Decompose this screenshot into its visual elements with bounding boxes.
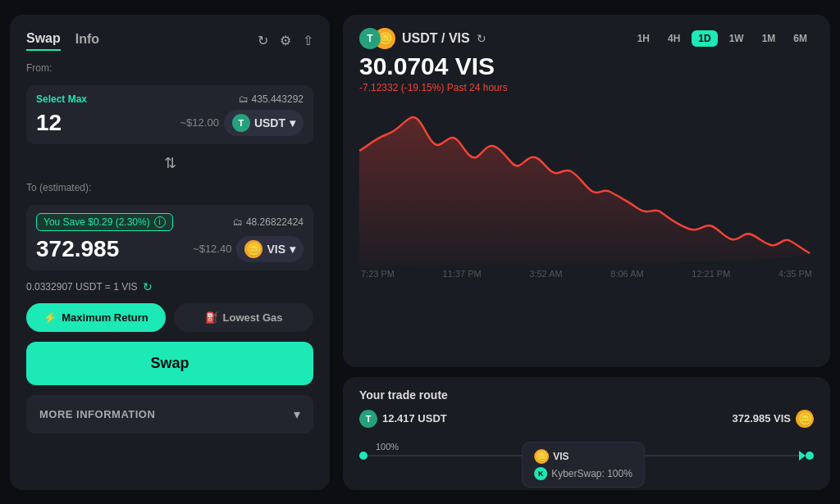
more-information-label: MORE INFORMATION — [39, 408, 155, 420]
route-to-amount: 372.985 VIS — [732, 412, 791, 425]
route-visual: T 12.417 USDT 372.985 VIS 🪙 100% � — [359, 410, 814, 479]
rate-refresh-icon[interactable]: ↻ — [143, 280, 153, 293]
from-token-selector[interactable]: T USDT ▾ — [224, 110, 304, 136]
pair-icons: T 🪙 — [359, 28, 395, 49]
route-card-vis-icon: 🪙 — [534, 449, 549, 464]
time-1m[interactable]: 1M — [756, 30, 783, 47]
chart-time-labels: 7:23 PM 11:37 PM 3:52 AM 8:06 AM 12:21 P… — [359, 269, 814, 279]
swap-direction-button[interactable]: ⇅ — [26, 154, 313, 172]
to-token-row: ~$12.40 🪙 VIS ▾ — [193, 236, 304, 262]
time-6m[interactable]: 6M — [787, 30, 814, 47]
route-from-amount: 12.417 USDT — [382, 412, 447, 425]
usdt-icon: T — [232, 114, 250, 132]
refresh-icon[interactable]: ↻ — [258, 33, 268, 48]
from-input-box: Select Max 🗂 435.443292 12 ~$12.00 T USD… — [26, 85, 313, 144]
chevron-down-icon-to: ▾ — [290, 243, 295, 256]
pair-label: USDT / VIS — [402, 31, 470, 46]
wallet-icon: 🗂 — [239, 93, 249, 105]
route-card: 🪙 VIS K KyberSwap: 100% — [522, 442, 645, 488]
time-label-1: 7:23 PM — [361, 269, 395, 279]
route-line: 100% 🪙 VIS K KyberSwap: 100% — [368, 455, 799, 456]
from-label: From: — [26, 62, 313, 74]
chart-svg — [359, 102, 814, 266]
chevron-down-icon-more: ▾ — [294, 406, 300, 422]
route-card-token: 🪙 VIS — [534, 449, 632, 464]
price-change: -7.12332 (-19.15%) Past 24 hours — [359, 82, 814, 93]
price-chart — [359, 102, 814, 266]
from-token-row: ~$12.00 T USDT ▾ — [180, 110, 304, 136]
wallet-icon-to: 🗂 — [233, 216, 243, 228]
trade-route-section: Your trade route T 12.417 USDT 372.985 V… — [343, 377, 830, 490]
from-amount[interactable]: 12 — [36, 110, 62, 136]
to-label: To (estimated): — [26, 182, 313, 193]
route-to: 372.985 VIS 🪙 — [732, 410, 814, 428]
trade-route-title: Your trade route — [359, 388, 814, 402]
to-balance: 🗂 48.26822424 — [233, 216, 304, 228]
route-from: T 12.417 USDT — [359, 410, 447, 428]
swap-panel: Swap Info ↻ ⚙ ⇧ From: Select Max 🗂 435.4… — [10, 15, 330, 490]
rate-label: 0.0332907 USDT = 1 VIS — [26, 281, 138, 293]
time-label-3: 3:52 AM — [529, 269, 562, 279]
route-arrow-icon — [799, 451, 806, 461]
route-percent: 100% — [376, 442, 399, 452]
from-balance: 🗂 435.443292 — [239, 93, 304, 105]
time-filters: 1H 4H 1D 1W 1M 6M — [631, 30, 814, 47]
pair-refresh-icon[interactable]: ↻ — [477, 32, 486, 45]
vis-icon: 🪙 — [244, 240, 262, 258]
usdt-pair-icon: T — [359, 28, 381, 49]
time-1w[interactable]: 1W — [723, 30, 751, 47]
route-via-dex: KyberSwap: 100% — [551, 468, 632, 479]
time-label-4: 8:06 AM — [610, 269, 643, 279]
kyberswap-icon: K — [534, 467, 547, 480]
route-start-dot — [359, 452, 368, 460]
tab-swap[interactable]: Swap — [26, 31, 61, 51]
route-usdt-icon: T — [359, 410, 377, 428]
rate-row: 0.0332907 USDT = 1 VIS ↻ — [26, 280, 313, 293]
time-1d[interactable]: 1D — [692, 30, 717, 47]
save-badge: You Save $0.29 (2.30%) i — [36, 213, 173, 231]
time-label-5: 12:21 PM — [692, 269, 730, 279]
to-input-box: You Save $0.29 (2.30%) i 🗂 48.26822424 3… — [26, 205, 313, 270]
time-label-2: 11:37 PM — [443, 269, 482, 279]
chart-section: T 🪙 USDT / VIS ↻ 1H 4H 1D 1W 1M 6M 30.07… — [343, 15, 830, 367]
chart-panel: T 🪙 USDT / VIS ↻ 1H 4H 1D 1W 1M 6M 30.07… — [343, 15, 830, 490]
route-vis-icon: 🪙 — [796, 410, 814, 428]
from-usd-equiv: ~$12.00 — [180, 116, 219, 129]
main-container: Swap Info ↻ ⚙ ⇧ From: Select Max 🗂 435.4… — [10, 15, 830, 490]
time-4h[interactable]: 4H — [661, 30, 687, 47]
route-card-dex: K KyberSwap: 100% — [534, 467, 632, 480]
time-label-6: 4:35 PM — [778, 269, 812, 279]
route-buttons: ⚡ Maximum Return ⛽ Lowest Gas — [26, 303, 313, 332]
to-amount: 372.985 — [36, 236, 119, 262]
current-price: 30.0704 VIS — [359, 52, 814, 80]
time-1h[interactable]: 1H — [631, 30, 656, 47]
to-usd-equiv: ~$12.40 — [193, 243, 231, 255]
chart-header: T 🪙 USDT / VIS ↻ 1H 4H 1D 1W 1M 6M — [359, 28, 814, 49]
lightning-icon: ⚡ — [43, 311, 57, 324]
tab-actions: ↻ ⚙ ⇧ — [258, 33, 313, 48]
settings-icon[interactable]: ⚙ — [280, 33, 291, 48]
swap-arrows-icon: ⇅ — [164, 155, 176, 171]
more-information-row[interactable]: MORE INFORMATION ▾ — [26, 395, 313, 434]
tabs-row: Swap Info ↻ ⚙ ⇧ — [26, 31, 313, 51]
to-token-label: VIS — [267, 243, 285, 256]
route-end-dot — [806, 452, 814, 460]
route-top: T 12.417 USDT 372.985 VIS 🪙 — [359, 410, 814, 428]
tab-info[interactable]: Info — [75, 32, 99, 50]
save-label: You Save $0.29 (2.30%) — [43, 216, 150, 228]
select-max-button[interactable]: Select Max — [36, 93, 87, 105]
swap-button[interactable]: Swap — [26, 342, 313, 385]
share-icon[interactable]: ⇧ — [303, 33, 313, 48]
gas-icon: ⛽ — [205, 311, 218, 324]
to-token-selector[interactable]: 🪙 VIS ▾ — [236, 236, 304, 262]
route-line-container: 100% 🪙 VIS K KyberSwap: 100% — [359, 433, 814, 479]
lowest-gas-button[interactable]: ⛽ Lowest Gas — [174, 303, 313, 332]
info-icon[interactable]: i — [154, 216, 166, 228]
from-token-label: USDT — [254, 116, 285, 129]
chevron-down-icon: ▾ — [290, 116, 295, 129]
route-via-token: VIS — [553, 451, 568, 462]
maximum-return-button[interactable]: ⚡ Maximum Return — [26, 303, 166, 332]
